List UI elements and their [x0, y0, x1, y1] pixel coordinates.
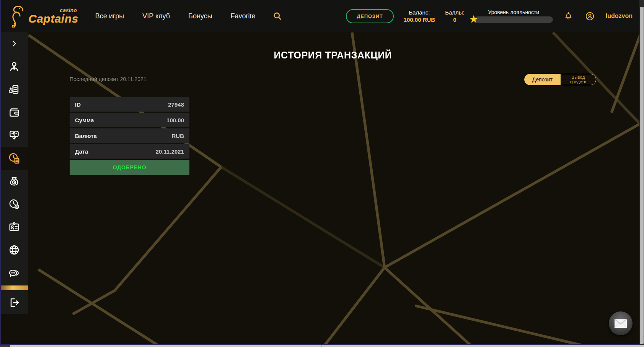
table-row: Сумма 100.00	[70, 113, 189, 127]
deposit-button[interactable]: ДЕПОЗИТ	[346, 9, 393, 23]
seahorse-icon	[9, 5, 26, 28]
txn-amount-label: Сумма	[75, 117, 94, 123]
logout-icon	[8, 297, 20, 309]
sidebar-item-wallet[interactable]	[0, 101, 28, 124]
nav-favorite[interactable]: Favorite	[231, 12, 256, 20]
txn-date-value: 20.11.2021	[156, 148, 184, 155]
toggle-deposit-button[interactable]: Депозит	[524, 74, 561, 85]
sidebar-item-transaction-history[interactable]	[0, 147, 28, 170]
globe-icon	[8, 244, 20, 256]
user-circle-icon	[585, 11, 595, 21]
loyalty-progress: ★	[474, 16, 553, 23]
balance-block: Баланс: 100.00 RUB	[404, 10, 435, 23]
transaction-type-toggle: Депозит Вывод средств	[524, 74, 596, 85]
sidebar-item-profile[interactable]	[0, 55, 28, 78]
page-title: ИСТОРИЯ ТРАНЗАКЦИЙ	[70, 50, 596, 61]
brand-logo[interactable]: casino Captains	[9, 5, 78, 28]
person-icon	[8, 60, 20, 73]
subheader-row: Последний депозит 20.11.2021 Депозит Выв…	[70, 74, 596, 85]
sidebar: $ $	[0, 32, 28, 314]
search-icon	[272, 11, 282, 21]
sidebar-item-cashbox[interactable]	[0, 124, 28, 147]
txn-amount-value: 100.00	[166, 117, 184, 123]
captains-casino-app: casino Captains Все игры VIP клуб Бонусы…	[0, 0, 644, 347]
nav-bonuses[interactable]: Бонусы	[188, 12, 212, 20]
main-content: ИСТОРИЯ ТРАНЗАКЦИЙ Последний депозит 20.…	[28, 32, 639, 175]
envelope-icon	[614, 318, 627, 328]
balance-label: Баланс:	[409, 10, 430, 15]
transaction-card: ID 27948 Сумма 100.00 Валюта RUB Дата 20…	[70, 97, 189, 175]
loyalty-block: Уровень лояльности ★	[474, 9, 553, 23]
last-deposit-text: Последний депозит 20.11.2021	[70, 74, 147, 82]
horizontal-scrollbar[interactable]	[0, 345, 644, 347]
points-block: Баллы: 0	[445, 10, 465, 23]
txn-currency-value: RUB	[172, 133, 184, 139]
horizontal-scrollbar-notch	[0, 345, 10, 347]
horizontal-scrollbar-divider	[321, 345, 322, 347]
live-chat-button[interactable]	[609, 311, 633, 335]
txn-id-value: 27948	[168, 101, 184, 108]
nav-vip-club[interactable]: VIP клуб	[142, 12, 170, 20]
sidebar-item-bets-history[interactable]: $	[0, 193, 28, 216]
main-nav: Все игры VIP клуб Бонусы Favorite	[95, 12, 256, 20]
sidebar-item-deposits[interactable]	[0, 78, 28, 101]
sidebar-item-support-chat[interactable]	[0, 261, 28, 284]
svg-text:$: $	[13, 181, 15, 184]
brand-wordmark: casino Captains	[28, 8, 78, 24]
txn-id-label: ID	[75, 101, 81, 108]
id-card-icon	[8, 221, 20, 233]
vertical-scrollbar[interactable]	[639, 0, 644, 345]
nav-all-games[interactable]: Все игры	[95, 12, 124, 20]
points-label: Баллы:	[445, 10, 465, 15]
chat-bubbles-icon	[8, 267, 20, 279]
status-badge: ОДОБРЕНО	[70, 160, 189, 175]
loyalty-progress-bar	[474, 16, 553, 23]
sidebar-item-language[interactable]	[0, 238, 28, 261]
window-left-edge	[0, 0, 1, 345]
table-row: ID 27948	[70, 97, 189, 112]
star-icon: ★	[469, 13, 478, 25]
loyalty-label: Уровень лояльности	[488, 9, 539, 15]
username[interactable]: ludozvon	[606, 13, 633, 19]
balance-value: 100.00 RUB	[404, 17, 435, 23]
brand-name: Captains	[28, 13, 78, 24]
sidebar-gold-divider	[0, 285, 28, 290]
txn-currency-label: Валюта	[75, 133, 97, 139]
profile-menu-button[interactable]	[584, 10, 596, 22]
table-row: Валюта RUB	[70, 128, 189, 143]
table-row: Дата 20.11.2021	[70, 144, 189, 159]
topbar-account-area: ДЕПОЗИТ Баланс: 100.00 RUB Баллы: 0 Уров…	[346, 9, 633, 23]
vertical-scrollbar-thumb[interactable]	[640, 7, 644, 344]
chevron-right-icon	[10, 39, 18, 48]
sidebar-expand-button[interactable]	[0, 32, 28, 55]
sidebar-item-documents[interactable]	[0, 216, 28, 238]
top-navigation-bar: casino Captains Все игры VIP клуб Бонусы…	[0, 0, 644, 32]
svg-text:$: $	[16, 205, 18, 209]
terminal-download-icon	[8, 129, 20, 141]
coins-icon	[8, 83, 20, 96]
sidebar-item-logout[interactable]	[0, 291, 28, 314]
clock-document-icon	[8, 152, 21, 165]
points-value: 0	[453, 17, 456, 23]
notifications-button[interactable]	[563, 11, 574, 22]
wallet-icon	[8, 106, 20, 118]
toggle-withdraw-button[interactable]: Вывод средств	[561, 74, 596, 85]
clock-dollar-icon: $	[8, 198, 20, 210]
sidebar-item-money-bag[interactable]: $	[0, 170, 28, 193]
search-button[interactable]	[271, 10, 284, 23]
txn-date-label: Дата	[75, 148, 88, 155]
money-bag-icon: $	[8, 175, 20, 187]
bell-icon	[564, 11, 573, 21]
